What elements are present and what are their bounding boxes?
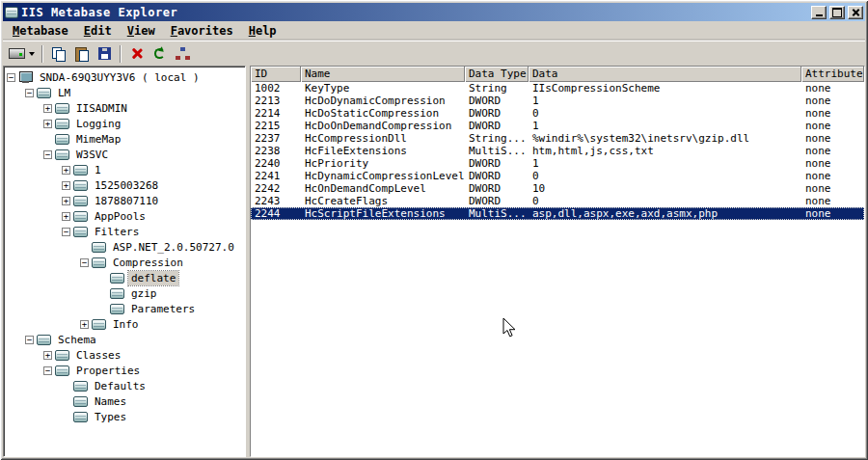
tree-item-label[interactable]: IISADMIN [73, 101, 130, 116]
tree-item-label[interactable]: SNDA-69Q3UYY3V6 ( local ) [37, 70, 203, 85]
menu-metabase[interactable]: Metabase [5, 22, 76, 40]
tree-item-label[interactable]: 1878807110 [92, 194, 161, 208]
tree-item-label[interactable]: deflate [128, 271, 178, 285]
tree-expand-toggle[interactable]: − [80, 258, 89, 267]
table-row-2241[interactable]: 2241 HcDynamicCompressionLevel DWORD 0 n… [251, 170, 864, 182]
title-bar[interactable]: IIS Metabase Explorer [3, 3, 865, 21]
list-header: ID Name Data Type Data Attributes [251, 67, 864, 82]
paste-icon [75, 47, 89, 61]
tree-item-snda-69q3uyy3v6-local[interactable]: − SNDA-69Q3UYY3V6 ( local ) [5, 69, 244, 85]
tree-item-logging[interactable]: + Logging [5, 116, 244, 131]
connections-button[interactable] [172, 43, 194, 65]
tree-item-label[interactable]: Filters [92, 225, 142, 239]
tree-item-label[interactable]: W3SVC [73, 148, 111, 162]
menu-view[interactable]: View [120, 22, 163, 40]
table-row-2238[interactable]: 2238 HcFileExtensions MultiS... htm,html… [251, 145, 864, 157]
table-row-2244[interactable]: 2244 HcScriptFileExtensions MultiS... as… [251, 207, 864, 220]
column-header-data-type[interactable]: Data Type [465, 67, 529, 82]
tree-expand-toggle[interactable]: + [80, 320, 89, 329]
tree-item-1878807110[interactable]: + 1878807110 [5, 193, 244, 208]
list-body: 1002 KeyType String IIsCompressionScheme… [251, 82, 864, 456]
table-row-2237[interactable]: 2237 HcCompressionDll String... %windir%… [251, 132, 864, 145]
tree-item-parameters[interactable]: Parameters [5, 301, 244, 316]
tree-expand-toggle[interactable]: − [62, 228, 70, 236]
tree-item-1525003268[interactable]: + 1525003268 [5, 177, 244, 193]
table-row-2242[interactable]: 2242 HcOnDemandCompLevel DWORD 10 none [251, 182, 864, 195]
tree-expand-toggle[interactable]: + [62, 197, 70, 205]
tree-item-properties[interactable]: − Properties [5, 363, 244, 378]
tree-item-lm[interactable]: − LM [5, 85, 244, 100]
tree-expand-toggle[interactable]: + [43, 351, 52, 360]
tree-item-classes[interactable]: + Classes [5, 347, 244, 363]
maximize-button[interactable] [829, 6, 845, 19]
tree-expand-toggle[interactable]: − [25, 89, 34, 97]
tree-item-label[interactable]: ASP.NET_2.0.50727.0 [110, 240, 237, 255]
minimize-button[interactable] [811, 6, 827, 19]
column-header-id[interactable]: ID [251, 67, 301, 82]
tree-expand-toggle[interactable]: + [43, 120, 52, 128]
copy-button[interactable] [47, 43, 69, 65]
tree-item-label[interactable]: Types [92, 410, 129, 424]
tree-item-schema[interactable]: − Schema [5, 332, 244, 347]
tree-expand-toggle[interactable]: − [43, 366, 52, 375]
tree-expand-toggle[interactable]: − [7, 73, 15, 82]
column-header-attributes[interactable]: Attributes [801, 67, 864, 82]
save-button[interactable] [94, 43, 116, 65]
tree-item-asp-net-2-0-50727-0[interactable]: ASP.NET_2.0.50727.0 [5, 239, 244, 255]
column-header-data[interactable]: Data [529, 67, 801, 82]
tree-item-label[interactable]: 1525003268 [92, 178, 161, 193]
toolbar-separator [41, 45, 43, 63]
cell-name: HcScriptFileExtensions [301, 207, 465, 220]
tree-expand-toggle[interactable]: + [62, 181, 70, 190]
tree-item-label[interactable]: Classes [73, 348, 123, 363]
table-row-2213[interactable]: 2213 HcDoDynamicCompression DWORD 1 none [251, 95, 864, 107]
table-row-2243[interactable]: 2243 HcCreateFlags DWORD 0 none [251, 195, 864, 207]
tree-expand-toggle[interactable]: + [62, 212, 70, 221]
tree-item-1[interactable]: + 1 [5, 162, 244, 177]
tree-item-label[interactable]: Names [92, 394, 129, 409]
table-row-2240[interactable]: 2240 HcPriority DWORD 1 none [251, 157, 864, 170]
tree-item-filters[interactable]: − Filters [5, 224, 244, 239]
refresh-button[interactable] [149, 43, 171, 65]
tree-item-label[interactable]: MimeMap [73, 132, 123, 147]
tree-item-mimemap[interactable]: MimeMap [5, 131, 244, 147]
paste-button[interactable] [70, 43, 93, 65]
tree-item-defaults[interactable]: Defaults [5, 378, 244, 393]
node-icon [73, 381, 88, 392]
menu-edit[interactable]: Edit [76, 22, 120, 40]
tree-item-apppools[interactable]: + AppPools [5, 208, 244, 224]
tree-expand-toggle[interactable]: − [43, 150, 52, 159]
table-row-2215[interactable]: 2215 HcDoOnDemandCompression DWORD 1 non… [251, 120, 864, 132]
tree-item-label[interactable]: Compression [110, 256, 186, 270]
tree-item-label[interactable]: gzip [128, 286, 160, 301]
menu-favorites[interactable]: Favorites [163, 22, 241, 40]
tree-item-types[interactable]: Types [5, 409, 244, 424]
tree-item-gzip[interactable]: gzip [5, 285, 244, 301]
tree-expand-toggle[interactable]: − [25, 336, 34, 344]
tree-expand-toggle[interactable]: + [43, 104, 52, 113]
tree-item-label[interactable]: LM [55, 86, 73, 100]
tree-item-info[interactable]: + Info [5, 316, 244, 332]
tree-expand-toggle[interactable]: + [62, 166, 70, 175]
tree-item-label[interactable]: 1 [92, 163, 104, 177]
close-button[interactable] [848, 6, 863, 19]
tree-item-iisadmin[interactable]: + IISADMIN [5, 100, 244, 116]
menu-help[interactable]: Help [241, 22, 285, 40]
column-header-name[interactable]: Name [301, 67, 465, 82]
tree-item-label[interactable]: Schema [55, 333, 99, 347]
tree-item-label[interactable]: Logging [73, 117, 123, 131]
tree-item-label[interactable]: Properties [73, 364, 143, 378]
tree-item-label[interactable]: Parameters [128, 302, 198, 316]
app-window: IIS Metabase Explorer Metabase Edit View… [0, 0, 868, 460]
tree-item-compression[interactable]: − Compression [5, 255, 244, 270]
tree-item-deflate[interactable]: deflate [5, 270, 244, 285]
delete-button[interactable] [125, 43, 148, 65]
tree-item-label[interactable]: Info [110, 317, 142, 332]
connect-button[interactable] [6, 43, 38, 65]
tree-item-label[interactable]: AppPools [92, 209, 149, 224]
tree-item-label[interactable]: Defaults [92, 379, 149, 393]
tree-item-names[interactable]: Names [5, 393, 244, 409]
tree-item-w3svc[interactable]: − W3SVC [5, 147, 244, 162]
table-row-1002[interactable]: 1002 KeyType String IIsCompressionScheme… [251, 82, 864, 95]
table-row-2214[interactable]: 2214 HcDoStaticCompression DWORD 0 none [251, 107, 864, 120]
